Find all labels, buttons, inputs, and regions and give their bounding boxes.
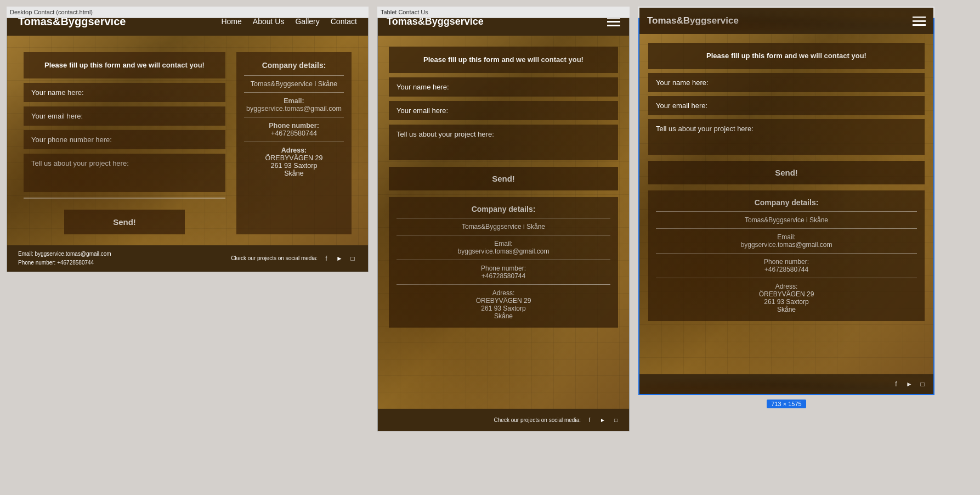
name-field[interactable]: Your name here: bbox=[24, 83, 225, 102]
mobile-divider4 bbox=[656, 278, 917, 278]
mobile-nav: Tomas&Byggservice bbox=[639, 8, 933, 34]
tablet-divider4 bbox=[396, 284, 610, 285]
mobile-message-field[interactable]: Tell us about your project here: bbox=[648, 119, 925, 155]
size-badge-container: 713 × 1575 bbox=[638, 397, 934, 408]
tablet-address-label: Adress: bbox=[396, 289, 610, 297]
nav-gallery[interactable]: Gallery bbox=[295, 17, 319, 26]
tablet-phone-label: Phone number: bbox=[396, 265, 610, 272]
footer-contact-info: Email: byggservice.tomas@gmail.com Phone… bbox=[18, 250, 231, 267]
tablet-company-box: Company details: Tomas&Byggservice i Skå… bbox=[389, 197, 618, 328]
tablet-instagram-icon[interactable]: □ bbox=[611, 415, 620, 424]
mobile-name-field[interactable]: Your name here: bbox=[648, 73, 925, 92]
mobile-window: Tomas&Byggservice Please fill up this fo… bbox=[638, 7, 934, 395]
desktop-panel: Desktop Contact (contact.html) Tomas&Byg… bbox=[7, 7, 369, 272]
desktop-window: Tomas&Byggservice Home About Us Gallery … bbox=[7, 7, 369, 272]
mobile-main: Please fill up this form and we will con… bbox=[639, 34, 933, 374]
company-name: Tomas&Byggservice i Skåne bbox=[244, 80, 344, 88]
hamburger-line3 bbox=[607, 25, 620, 26]
phone-field[interactable]: Your phone number here: bbox=[24, 130, 225, 149]
desktop-footer: Email: byggservice.tomas@gmail.com Phone… bbox=[7, 245, 368, 272]
youtube-icon[interactable]: ► bbox=[335, 254, 344, 263]
mobile-divider2 bbox=[656, 228, 917, 229]
mobile-form-intro: Please fill up this form and we will con… bbox=[648, 43, 925, 69]
desktop-window-label: Desktop Contact (contact.html) bbox=[7, 7, 369, 18]
hamburger-line2 bbox=[607, 21, 620, 22]
company-email: byggservice.tomas@gmail.com bbox=[244, 105, 344, 113]
address-line3: Skåne bbox=[244, 170, 344, 177]
mobile-company-name: Tomas&Byggservice i Skåne bbox=[656, 216, 917, 224]
tablet-address3: Skåne bbox=[396, 312, 610, 320]
mobile-hamburger-line2 bbox=[913, 20, 926, 22]
tablet-divider3 bbox=[396, 260, 610, 260]
form-divider bbox=[24, 198, 225, 199]
company-title: Company details: bbox=[244, 61, 344, 70]
mobile-panel: Mobile Contact Us Tomas&Byggservice Plea… bbox=[638, 7, 934, 408]
mobile-divider3 bbox=[656, 253, 917, 254]
mobile-address2: 261 93 Saxtorp bbox=[656, 298, 917, 306]
nav-home[interactable]: Home bbox=[221, 17, 241, 26]
company-divider4 bbox=[244, 142, 344, 142]
desktop-main: Please fill up this form and we will con… bbox=[7, 36, 368, 245]
mobile-address3: Skåne bbox=[656, 306, 917, 313]
social-label: Ckeck our projects on social media: bbox=[231, 255, 318, 261]
company-divider2 bbox=[244, 92, 344, 93]
mobile-address1: ÖREBYVÄGEN 29 bbox=[656, 290, 917, 298]
tablet-company-email: byggservice.tomas@gmail.com bbox=[396, 248, 610, 255]
size-badge: 713 × 1575 bbox=[767, 400, 806, 408]
mobile-hamburger-line1 bbox=[913, 16, 926, 18]
mobile-youtube-icon[interactable]: ► bbox=[905, 380, 914, 389]
mobile-company-box: Company details: Tomas&Byggservice i Skå… bbox=[648, 190, 925, 321]
tablet-window-label: Tablet Contact Us bbox=[377, 7, 630, 18]
phone-label: Phone number: bbox=[244, 122, 344, 130]
mobile-hamburger[interactable] bbox=[913, 16, 926, 26]
mobile-send-button[interactable]: Send! bbox=[648, 161, 925, 184]
footer-email: Email: byggservice.tomas@gmail.com bbox=[18, 250, 231, 258]
nav-contact[interactable]: Contact bbox=[331, 17, 357, 26]
mobile-company-phone: +46728580744 bbox=[656, 266, 917, 273]
tablet-company-title: Company details: bbox=[396, 205, 610, 213]
tablet-main: Please fill up this form and we will con… bbox=[378, 36, 629, 409]
hamburger-menu[interactable] bbox=[607, 17, 620, 26]
address-label: Adress: bbox=[244, 147, 344, 154]
tablet-social-label: Check our projects on social media: bbox=[494, 417, 581, 423]
tablet-form-intro: Please fill up this form and we will con… bbox=[389, 47, 618, 73]
send-button[interactable]: Send! bbox=[64, 210, 185, 234]
footer-social: Ckeck our projects on social media: f ► … bbox=[231, 254, 357, 263]
facebook-icon[interactable]: f bbox=[322, 254, 331, 263]
mobile-facebook-icon[interactable]: f bbox=[892, 380, 900, 389]
address-line1: ÖREBYVÄGEN 29 bbox=[244, 154, 344, 162]
tablet-divider1 bbox=[396, 218, 610, 218]
tablet-address2: 261 93 Saxtorp bbox=[396, 305, 610, 312]
mobile-email-label: Email: bbox=[656, 233, 917, 241]
tablet-send-button[interactable]: Send! bbox=[389, 167, 618, 190]
desktop-company-section: Company details: Tomas&Byggservice i Skå… bbox=[236, 52, 352, 234]
email-label: Email: bbox=[244, 97, 344, 105]
tablet-address1: ÖREBYVÄGEN 29 bbox=[396, 297, 610, 305]
footer-phone: Phone number: +46728580744 bbox=[18, 258, 231, 267]
mobile-address-label: Adress: bbox=[656, 283, 917, 290]
desktop-form-section: Please fill up this form and we will con… bbox=[24, 52, 225, 234]
tablet-email-field[interactable]: Your email here: bbox=[389, 101, 618, 120]
mobile-instagram-icon[interactable]: □ bbox=[918, 380, 927, 389]
mobile-hamburger-line3 bbox=[913, 24, 926, 26]
mobile-divider1 bbox=[656, 211, 917, 212]
message-field[interactable]: Tell us about your project here: bbox=[24, 154, 225, 192]
tablet-message-field[interactable]: Tell us about your project here: bbox=[389, 125, 618, 160]
tablet-company-phone: +46728580744 bbox=[396, 272, 610, 280]
mobile-company-title: Company details: bbox=[656, 198, 917, 207]
form-intro: Please fill up this form and we will con… bbox=[24, 52, 225, 78]
mobile-footer: f ► □ bbox=[639, 374, 933, 394]
desktop-nav-links: Home About Us Gallery Contact bbox=[221, 17, 357, 26]
tablet-email-label: Email: bbox=[396, 240, 610, 248]
tablet-youtube-icon[interactable]: ► bbox=[598, 415, 607, 424]
email-field[interactable]: Your email here: bbox=[24, 106, 225, 126]
tablet-facebook-icon[interactable]: f bbox=[585, 415, 594, 424]
mobile-email-field[interactable]: Your email here: bbox=[648, 96, 925, 115]
tablet-name-field[interactable]: Your name here: bbox=[389, 77, 618, 97]
nav-about[interactable]: About Us bbox=[253, 17, 285, 26]
tablet-window: Tomas&Byggservice Please fill up this fo… bbox=[377, 7, 630, 431]
mobile-company-email: byggservice.tomas@gmail.com bbox=[656, 241, 917, 249]
tablet-footer: Check our projects on social media: f ► … bbox=[378, 409, 629, 431]
instagram-icon[interactable]: □ bbox=[348, 254, 357, 263]
mobile-phone-label: Phone number: bbox=[656, 258, 917, 266]
